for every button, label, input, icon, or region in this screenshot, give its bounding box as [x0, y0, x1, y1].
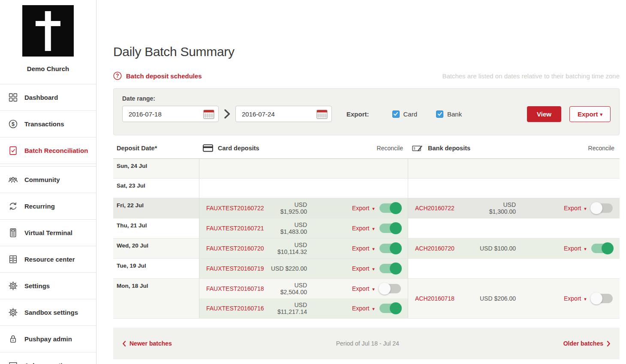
sidebar-item-label: Virtual Terminal — [24, 229, 72, 236]
export-dropdown[interactable]: Export ▾ — [564, 245, 590, 252]
batch-id-link[interactable]: FAUXTEST20160722 — [206, 205, 266, 212]
caret-down-icon: ▾ — [600, 112, 602, 117]
sidebar-item-sandbox-settings[interactable]: Sandbox settings — [0, 299, 96, 326]
older-batches-link[interactable]: Older batches — [563, 340, 611, 347]
batch-table-body: Sun, 24 JulSat, 23 JulFri, 22 Jul FAUXTE… — [113, 159, 620, 319]
card-deposit-cell: FAUXTEST20160718 USD $2,504.00 Export ▾ … — [199, 279, 408, 318]
batch-id-link[interactable]: FAUXTEST20160719 — [206, 265, 266, 272]
sidebar-item-label: Community — [24, 176, 60, 183]
toggle-knob — [590, 292, 602, 304]
export-dropdown[interactable]: Export ▾ — [352, 285, 378, 292]
date-from-input[interactable]: 2016-07-18 — [122, 106, 219, 122]
bank-checkbox[interactable] — [436, 110, 443, 118]
newer-batches-link[interactable]: Newer batches — [122, 340, 172, 347]
export-dropdown[interactable]: Export ▾ — [564, 205, 590, 212]
transactions-icon: $ — [7, 119, 18, 130]
deposit-date: Mon, 18 Jul — [113, 279, 199, 318]
batch-row-wed-20-jul: Wed, 20 Jul FAUXTEST20160720 USD $10,114… — [113, 239, 620, 259]
community-icon — [7, 174, 18, 185]
reconcile-toggle[interactable] — [591, 244, 613, 253]
sidebar-item-virtual-terminal[interactable]: Virtual Terminal — [0, 220, 96, 246]
batch-row-thu-21-jul: Thu, 21 Jul FAUXTEST20160721 USD $1,483.… — [113, 218, 620, 239]
org-logo-cross-icon[interactable] — [22, 5, 74, 57]
caret-down-icon: ▾ — [372, 286, 375, 292]
sidebar-item-label: Batch Reconciliation — [24, 147, 88, 154]
timezone-note: Batches are listed on dates relative to … — [442, 72, 620, 80]
checkbox-label: Card — [403, 110, 418, 118]
batch-amount: USD $206.00 — [475, 295, 516, 302]
sidebar-item-transactions[interactable]: $Transactions — [0, 111, 96, 137]
caret-down-icon: ▾ — [584, 296, 587, 301]
bank-deposit-cell: ACH20160718 USD $206.00 Export ▾ — [408, 279, 620, 318]
export-dropdown[interactable]: Export ▾ — [352, 245, 378, 252]
toggle-knob — [390, 222, 402, 234]
sidebar-item-batch-reconciliation[interactable]: Batch Reconciliation — [0, 137, 96, 164]
batch-entry: FAUXTEST20160720 USD $10,114.32 Export ▾ — [199, 239, 408, 258]
batch-amount: USD $100.00 — [475, 245, 516, 252]
reconcile-toggle[interactable] — [379, 304, 401, 313]
batch-row-tue-19-jul: Tue, 19 Jul FAUXTEST20160719 USD $220.00… — [113, 259, 620, 279]
export-dropdown[interactable]: Export ▾ — [352, 305, 378, 312]
credit-card-icon — [203, 144, 213, 152]
reconcile-toggle[interactable] — [379, 244, 401, 253]
batch-amount: USD $1,925.00 — [266, 201, 307, 215]
batch-id-link[interactable]: ACH20160720 — [415, 245, 475, 252]
sidebar: Demo Church Dashboard$TransactionsBatch … — [0, 0, 96, 364]
sidebar-item-label: Resource center — [24, 256, 75, 263]
batch-id-link[interactable]: FAUXTEST20160718 — [206, 285, 266, 292]
reconcile-toggle[interactable] — [379, 203, 401, 213]
cross-vertical-bar — [45, 11, 51, 51]
view-button[interactable]: View — [527, 106, 561, 122]
sidebar-item-ask-a-question[interactable]: Ask a question — [0, 352, 96, 364]
bank-checkbox-group: Bank — [436, 110, 462, 118]
batch-id-link[interactable]: FAUXTEST20160720 — [206, 245, 266, 252]
sidebar-item-pushpay-admin[interactable]: Pushpay admin — [0, 326, 96, 352]
bank-deposits-column-header: $ Bank deposits Reconcile — [408, 144, 620, 152]
reconcile-toggle[interactable] — [379, 284, 401, 293]
export-dropdown-button[interactable]: Export▾ — [569, 106, 611, 122]
chevron-left-icon — [122, 340, 126, 347]
calendar-icon[interactable] — [203, 109, 214, 119]
card-deposit-cell: FAUXTEST20160720 USD $10,114.32 Export ▾ — [199, 239, 408, 258]
export-dropdown[interactable]: Export ▾ — [352, 265, 378, 272]
batch-id-link[interactable]: ACH20160718 — [415, 295, 475, 302]
sidebar-item-resource-center[interactable]: Resource center — [0, 246, 96, 273]
card-checkbox[interactable] — [392, 110, 400, 118]
export-dropdown[interactable]: Export ▾ — [564, 295, 590, 302]
sidebar-item-recurring[interactable]: Recurring — [0, 193, 96, 220]
bank-deposit-cell — [408, 259, 620, 278]
batch-amount: USD $2,504.00 — [266, 282, 307, 295]
org-name: Demo Church — [0, 65, 96, 72]
sidebar-item-label: Recurring — [24, 203, 55, 210]
bank-deposit-cell: ACH20160720 USD $100.00 Export ▾ — [408, 239, 620, 258]
batch-id-link[interactable]: FAUXTEST20160716 — [206, 305, 266, 312]
card-reconcile-header: Reconcile — [377, 145, 403, 152]
date-to-input[interactable]: 2016-07-24 — [235, 106, 332, 122]
date-from-value: 2016-07-18 — [129, 110, 162, 118]
batch-id-link[interactable]: ACH20160722 — [415, 205, 475, 212]
reconcile-toggle[interactable] — [379, 264, 401, 273]
cross-horizontal-bar — [36, 21, 60, 26]
reconcile-toggle[interactable] — [591, 294, 613, 303]
calendar-icon[interactable] — [316, 109, 328, 119]
sidebar-item-settings[interactable]: Settings — [0, 273, 96, 299]
resource-center-icon — [7, 254, 18, 265]
batch-amount: USD $1,300.00 — [475, 201, 516, 215]
cheque-icon: $ — [412, 144, 423, 152]
reconcile-toggle[interactable] — [591, 203, 613, 213]
reconcile-toggle[interactable] — [379, 224, 401, 233]
batch-id-link[interactable]: FAUXTEST20160721 — [206, 225, 266, 232]
pagination-bar: Newer batches Period of Jul 18 - Jul 24 … — [113, 328, 620, 359]
virtual-terminal-icon — [7, 227, 18, 239]
sidebar-item-dashboard[interactable]: Dashboard — [0, 84, 96, 111]
main-content: Daily Batch Summary ? Batch deposit sche… — [97, 0, 626, 364]
date-to-value: 2016-07-24 — [242, 110, 275, 118]
batch-entry: FAUXTEST20160716 USD $11,217.14 Export ▾ — [199, 298, 408, 318]
sidebar-item-community[interactable]: Community — [0, 167, 96, 193]
export-dropdown[interactable]: Export ▾ — [352, 205, 378, 212]
batch-deposit-schedules-link[interactable]: ? Batch deposit schedules — [113, 72, 202, 80]
sidebar-nav: Dashboard$TransactionsBatch Reconciliati… — [0, 84, 96, 364]
export-dropdown[interactable]: Export ▾ — [352, 225, 378, 232]
sidebar-item-label: Pushpay admin — [24, 335, 72, 343]
toggle-knob — [390, 202, 402, 214]
